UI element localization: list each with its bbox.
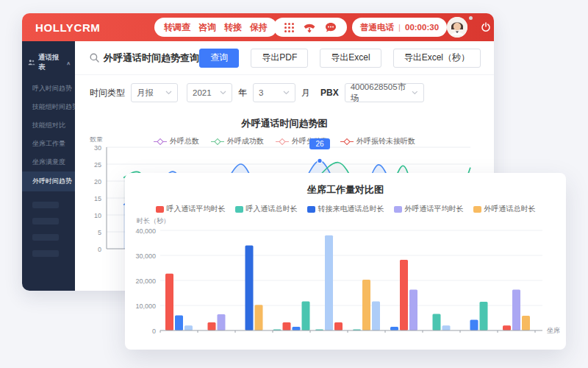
call-action-0[interactable]: 转调查 <box>164 21 190 34</box>
filter-form: 时间类型 月报 2021 年 3 月 PBX <box>75 75 494 110</box>
bar[interactable] <box>165 274 173 330</box>
search-icon <box>90 53 99 63</box>
call-action-2[interactable]: 转接 <box>224 21 242 34</box>
svg-text:20: 20 <box>94 178 101 185</box>
legend-item-2[interactable]: 转接来电通话总时长 <box>307 204 384 214</box>
query-toolbar: 外呼通话时间趋势查询 查询 导出PDF导出Excel导出Excel（秒） <box>75 41 494 75</box>
month-select[interactable]: 3 <box>253 83 295 102</box>
sidebar-item-0[interactable]: 呼入时间趋势 <box>22 79 75 98</box>
phone-status-separator: | <box>398 23 401 32</box>
svg-text:40,000: 40,000 <box>135 227 156 235</box>
sidebar-item-1[interactable]: 技能组时间趋势 <box>22 98 75 116</box>
export-button-1[interactable]: 导出Excel <box>320 49 381 68</box>
legend-label: 转接来电通话总时长 <box>318 204 384 214</box>
pbx-select[interactable]: 4000628505市场 <box>345 83 424 102</box>
legend-item-0[interactable]: 呼入通话平均时长 <box>156 204 226 214</box>
time-type-label: 时间类型 <box>90 87 125 99</box>
sidebar-skeleton <box>32 202 59 208</box>
bar[interactable] <box>208 322 216 330</box>
export-button-2[interactable]: 导出Excel（秒） <box>393 49 481 68</box>
line-chart-title: 外呼通话时间趋势图 <box>75 117 494 130</box>
users-icon <box>28 59 35 66</box>
bar[interactable] <box>390 327 398 330</box>
bar-chart[interactable]: 010,00020,00030,00040,000时长（秒）坐席 <box>125 217 566 348</box>
bar[interactable] <box>512 290 520 330</box>
legend-item-1[interactable]: 呼入通话总时长 <box>235 204 298 214</box>
search-button[interactable]: 查询 <box>199 49 239 68</box>
legend-label: 呼入通话总时长 <box>246 204 298 214</box>
bar-chart-legend: 呼入通话平均时长呼入通话总时长转接来电通话总时长外呼通话平均时长外呼通话总时长 <box>125 204 566 214</box>
sidebar-skeleton <box>32 250 59 257</box>
legend-swatch <box>473 206 481 213</box>
grid-icon[interactable] <box>284 22 295 33</box>
chevron-up-icon: ∧ <box>66 60 71 65</box>
sidebar-group-call-reports[interactable]: 通话报表 ∧ <box>22 49 75 79</box>
bar[interactable] <box>302 302 310 330</box>
sidebar-group-label: 通话报表 <box>38 53 63 72</box>
legend-item-4[interactable]: 外呼通话总时长 <box>473 204 536 214</box>
chevron-down-icon <box>283 91 290 95</box>
app-header: HOLLYCRM 转调查咨询转接保持 <box>22 13 494 41</box>
svg-text:25: 25 <box>94 161 101 169</box>
bar[interactable] <box>325 236 333 330</box>
legend-item-3[interactable]: 外呼通话平均时长 <box>394 204 464 214</box>
bar[interactable] <box>480 302 488 330</box>
svg-text:20,000: 20,000 <box>135 277 156 285</box>
bar-chart-title: 坐席工作量对比图 <box>125 183 566 197</box>
bar[interactable] <box>184 325 193 330</box>
bar[interactable] <box>503 325 511 330</box>
sidebar-item-2[interactable]: 技能组对比 <box>22 116 75 135</box>
svg-text:15: 15 <box>94 195 101 202</box>
bar[interactable] <box>175 316 183 330</box>
sidebar-skeleton <box>32 234 59 241</box>
phone-status-timer: 00:00:30 <box>405 23 439 32</box>
bar[interactable] <box>283 322 291 330</box>
call-action-bar: 转调查咨询转接保持 <box>154 18 277 37</box>
bar[interactable] <box>409 290 417 330</box>
phone-transfer-icon[interactable] <box>303 22 316 33</box>
chevron-down-icon <box>220 91 226 95</box>
chat-icon[interactable] <box>325 22 337 33</box>
sidebar-skeleton <box>32 218 59 224</box>
call-action-1[interactable]: 咨询 <box>198 21 216 34</box>
bar[interactable] <box>400 260 408 330</box>
bar-chart-card: 坐席工作量对比图 呼入通话平均时长呼入通话总时长转接来电通话总时长外呼通话平均时… <box>125 173 566 350</box>
pbx-label: PBX <box>320 88 339 98</box>
bar[interactable] <box>362 280 370 330</box>
bar[interactable] <box>372 302 380 330</box>
legend-label: 呼入通话平均时长 <box>167 204 226 214</box>
sidebar: 通话报表 ∧ 呼入时间趋势技能组时间趋势技能组对比坐席工作量坐席满意度外呼时间趋… <box>22 41 75 291</box>
time-type-select[interactable]: 月报 <box>131 83 178 102</box>
bar[interactable] <box>522 316 530 330</box>
chevron-down-icon <box>165 91 172 95</box>
sidebar-item-3[interactable]: 坐席工作量 <box>22 135 75 153</box>
power-icon[interactable] <box>481 22 491 32</box>
app-logo: HOLLYCRM <box>35 21 100 34</box>
bar[interactable] <box>470 319 478 330</box>
bar[interactable] <box>218 314 226 330</box>
toolbar-buttons: 查询 导出PDF导出Excel导出Excel（秒） <box>199 49 481 68</box>
svg-text:数量: 数量 <box>90 137 103 143</box>
bar[interactable] <box>334 322 343 330</box>
svg-text:30,000: 30,000 <box>135 252 156 260</box>
avatar[interactable] <box>447 17 467 38</box>
bar[interactable] <box>293 327 301 330</box>
bar[interactable] <box>433 314 441 330</box>
sidebar-item-5[interactable]: 外呼时间趋势 <box>22 171 75 191</box>
svg-text:5: 5 <box>98 229 101 236</box>
year-select[interactable]: 2021 <box>187 83 232 102</box>
sidebar-menu: 呼入时间趋势技能组时间趋势技能组对比坐席工作量坐席满意度外呼时间趋势 <box>22 79 75 191</box>
svg-text:0: 0 <box>98 246 101 253</box>
svg-text:30: 30 <box>94 144 101 152</box>
legend-label: 外呼通话总时长 <box>484 204 536 214</box>
phone-status-type: 普通电话 <box>360 22 394 33</box>
sidebar-skeleton-list <box>22 202 75 257</box>
sidebar-item-4[interactable]: 坐席满意度 <box>22 153 75 171</box>
month-suffix-label: 月 <box>301 87 310 99</box>
bar[interactable] <box>245 245 254 330</box>
bar[interactable] <box>442 325 451 330</box>
svg-text:10: 10 <box>94 212 101 219</box>
call-action-3[interactable]: 保持 <box>250 21 268 34</box>
bar[interactable] <box>255 305 263 330</box>
export-button-0[interactable]: 导出PDF <box>251 49 308 68</box>
